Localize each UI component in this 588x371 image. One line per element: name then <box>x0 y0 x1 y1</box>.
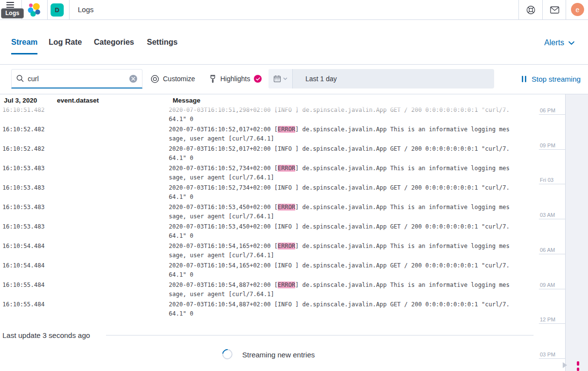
log-stream: Jul 3, 2020 event.dataset Message 16:10:… <box>0 94 535 371</box>
chevron-down-icon <box>569 41 574 45</box>
last-update-text: Last update 3 seconds ago <box>2 331 90 339</box>
time-axis-tick: 03 AM <box>539 212 566 219</box>
log-timestamp: 16:10:51.482 <box>2 106 45 115</box>
time-axis-tick: 06 AM <box>539 247 566 254</box>
highlights-button[interactable]: Highlights <box>209 69 262 88</box>
divider <box>518 0 519 19</box>
app-header: Logs D Logs e <box>0 0 588 20</box>
time-axis-tick: Fri 03 <box>539 177 566 184</box>
column-message: Message <box>173 97 200 104</box>
divider <box>69 0 70 19</box>
divider <box>566 0 566 19</box>
log-timestamp: 16:10:55.484 <box>2 281 45 290</box>
customize-button[interactable]: Customize <box>151 69 195 88</box>
log-row[interactable]: 16:10:54.4842020-07-03T16:10:54,165+02:0… <box>0 261 535 280</box>
minimap-position-marker-icon <box>563 362 567 368</box>
time-axis-tick: 09 AM <box>539 282 566 289</box>
chevron-down-icon <box>283 77 287 80</box>
log-row[interactable]: 16:10:51.4822020-07-03T16:10:51,298+02:0… <box>0 105 535 124</box>
streaming-spinner-icon <box>220 347 235 362</box>
log-message: 2020-07-03T16:10:54,887+02:00 [ERROR] de… <box>169 281 514 299</box>
eye-icon <box>151 75 159 83</box>
tab-log-rate[interactable]: Log Rate <box>49 38 82 53</box>
highlight-error: ERROR <box>278 282 295 288</box>
log-message: 2020-07-03T16:10:51,298+02:00 [INFO ] de… <box>169 106 514 124</box>
log-row[interactable]: 16:10:55.4842020-07-03T16:10:54,887+02:0… <box>0 300 535 319</box>
search-input[interactable] <box>28 75 129 83</box>
page-title: Logs <box>78 5 94 14</box>
tab-settings[interactable]: Settings <box>147 38 178 53</box>
stop-streaming-button[interactable]: Stop streaming <box>522 69 581 88</box>
log-timestamp: 16:10:54.484 <box>2 242 45 251</box>
time-axis-tick: 03 PM <box>539 352 566 359</box>
pause-icon <box>522 76 527 82</box>
minimap-entry-mark <box>577 368 579 371</box>
date-range-value: Last 1 day <box>305 75 337 83</box>
log-message: 2020-07-03T16:10:53,450+02:00 [ERROR] de… <box>169 203 514 221</box>
log-message: 2020-07-03T16:10:52,734+02:00 [ERROR] de… <box>169 164 514 182</box>
log-row[interactable]: 16:10:54.4842020-07-03T16:10:54,165+02:0… <box>0 241 535 261</box>
log-timestamp: 16:10:52.482 <box>2 125 45 134</box>
log-row[interactable]: 16:10:53.4832020-07-03T16:10:53,450+02:0… <box>0 222 535 241</box>
brush-icon <box>209 75 216 83</box>
last-update-divider <box>106 335 534 336</box>
calendar-icon <box>273 75 281 83</box>
date-quick-select[interactable] <box>268 69 293 88</box>
column-header-row: Jul 3, 2020 event.dataset Message <box>0 94 535 105</box>
log-row[interactable]: 16:10:52.4822020-07-03T16:10:52,017+02:0… <box>0 144 535 163</box>
log-timestamp: 16:10:53.483 <box>2 183 45 193</box>
log-message: 2020-07-03T16:10:53,450+02:00 [INFO ] de… <box>169 222 514 241</box>
help-icon[interactable] <box>526 5 535 15</box>
log-message: 2020-07-03T16:10:54,887+02:00 [INFO ] de… <box>169 300 514 318</box>
log-message: 2020-07-03T16:10:52,017+02:00 [ERROR] de… <box>169 125 514 143</box>
time-minimap[interactable]: 06 PM09 PMFri 0303 AM06 AM09 AM12 PM03 P… <box>535 94 588 371</box>
highlight-error: ERROR <box>278 243 295 249</box>
log-timestamp: 16:10:53.483 <box>2 203 45 212</box>
user-avatar[interactable]: e <box>571 3 584 16</box>
highlight-error: ERROR <box>278 204 295 211</box>
highlight-error: ERROR <box>278 165 295 172</box>
column-date: Jul 3, 2020 <box>4 97 37 104</box>
time-axis-tick: 09 PM <box>539 142 566 150</box>
minimap-density-area[interactable] <box>565 94 588 371</box>
nav-tooltip: Logs <box>1 8 24 18</box>
time-axis-tick: 06 PM <box>539 107 566 115</box>
log-row[interactable]: 16:10:53.4832020-07-03T16:10:53,450+02:0… <box>0 202 535 222</box>
clear-search-icon[interactable] <box>129 75 137 83</box>
column-dataset: event.dataset <box>57 97 99 104</box>
log-row[interactable]: 16:10:52.4822020-07-03T16:10:52,017+02:0… <box>0 124 535 144</box>
minimap-entry-mark <box>577 361 579 366</box>
mail-icon[interactable] <box>550 6 559 14</box>
customize-label: Customize <box>163 75 195 83</box>
search-icon <box>17 75 24 82</box>
streaming-status-text: Streaming new entries <box>242 351 315 359</box>
divider <box>47 0 48 19</box>
log-row[interactable]: 16:10:53.4832020-07-03T16:10:52,734+02:0… <box>0 163 535 183</box>
log-timestamp: 16:10:54.484 <box>2 261 45 270</box>
alerts-label: Alerts <box>544 38 564 47</box>
time-axis-tick: 12 PM <box>539 317 566 324</box>
date-range-picker[interactable]: Last 1 day <box>268 69 494 88</box>
alerts-dropdown[interactable]: Alerts <box>544 38 574 47</box>
tab-categories[interactable]: Categories <box>94 38 134 53</box>
log-timestamp: 16:10:55.484 <box>2 300 45 309</box>
log-message: 2020-07-03T16:10:54,165+02:00 [ERROR] de… <box>169 242 514 260</box>
log-row[interactable]: 16:10:55.4842020-07-03T16:10:54,887+02:0… <box>0 280 535 300</box>
highlights-label: Highlights <box>220 75 250 83</box>
space-switcher[interactable]: D <box>51 3 64 17</box>
log-timestamp: 16:10:53.483 <box>2 222 45 231</box>
tab-bar: Stream Log Rate Categories Settings Aler… <box>0 20 588 65</box>
log-message: 2020-07-03T16:10:52,017+02:00 [INFO ] de… <box>169 144 514 163</box>
tab-stream[interactable]: Stream <box>11 38 37 54</box>
search-box[interactable] <box>11 69 143 88</box>
divider <box>542 0 543 19</box>
log-message: 2020-07-03T16:10:52,734+02:00 [INFO ] de… <box>169 183 514 202</box>
log-row[interactable]: 16:10:53.4832020-07-03T16:10:52,734+02:0… <box>0 183 535 202</box>
log-message: 2020-07-03T16:10:54,165+02:00 [INFO ] de… <box>169 261 514 280</box>
log-timestamp: 16:10:52.482 <box>2 144 45 154</box>
highlights-active-badge <box>254 75 262 83</box>
highlight-error: ERROR <box>278 126 295 133</box>
elastic-logo[interactable] <box>27 2 41 17</box>
stop-streaming-label: Stop streaming <box>532 75 581 83</box>
log-rows: 16:10:51.4822020-07-03T16:10:51,298+02:0… <box>0 105 535 319</box>
